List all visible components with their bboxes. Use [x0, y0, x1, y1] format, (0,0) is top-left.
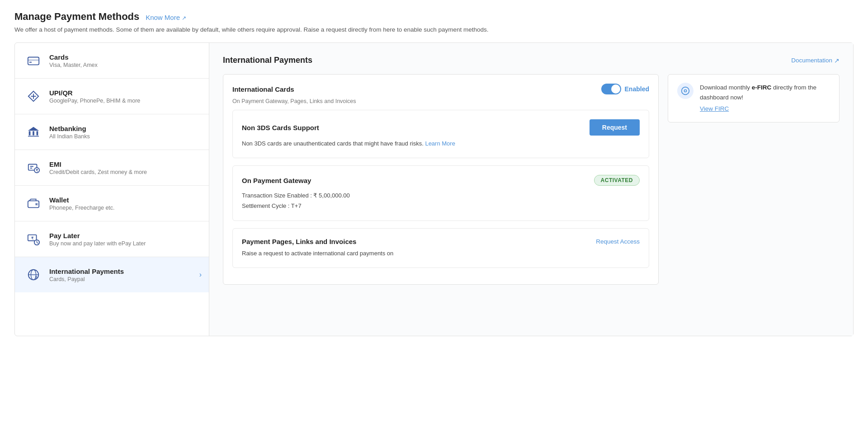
sidebar-item-upi[interactable]: UPI/QR GooglePay, PhonePe, BHIM & more	[15, 79, 209, 114]
sidebar-item-netbanking[interactable]: Netbanking All Indian Banks	[15, 114, 209, 150]
toggle-wrapper: Enabled	[601, 84, 649, 94]
international-cards-header: International Cards Enabled	[232, 84, 649, 94]
sidebar-item-international-desc: Cards, Paypal	[49, 276, 124, 282]
svg-text:$: $	[35, 276, 38, 280]
pages-body: Raise a request to activate internationa…	[242, 249, 640, 258]
sidebar-item-cards-text: Cards Visa, Master, Amex	[49, 53, 98, 68]
firc-box: Download monthly e-FIRC directly from th…	[668, 74, 840, 122]
sidebar-item-emi-desc: Credit/Debit cards, Zest money & more	[49, 169, 147, 175]
svg-rect-8	[37, 131, 38, 135]
sidebar-item-wallet-name: Wallet	[49, 196, 115, 204]
svg-rect-2	[29, 62, 32, 63]
pages-header: Payment Pages, Links and Invoices Reques…	[242, 238, 640, 245]
emi-icon: ₹	[24, 158, 43, 177]
sidebar-item-paylater[interactable]: ₹ Pay Later Buy now and pay later with e…	[15, 221, 209, 257]
sidebar-item-international-text: International Payments Cards, Paypal	[49, 268, 124, 282]
documentation-link[interactable]: Documentation ↗	[791, 57, 840, 64]
sidebar-item-upi-name: UPI/QR	[49, 89, 140, 97]
non3ds-card: Non 3DS Cards Support Request Non 3DS ca…	[232, 110, 649, 158]
international-cards-card: International Cards Enabled On Payment G…	[223, 74, 659, 284]
svg-rect-7	[33, 131, 34, 135]
paylater-icon: ₹	[24, 230, 43, 249]
sidebar-item-emi-text: EMI Credit/Debit cards, Zest money & mor…	[49, 160, 147, 175]
content-area: International Payments Documentation ↗ I…	[209, 43, 853, 336]
non3ds-body: Non 3DS cards are unauthenticated cards …	[242, 139, 640, 149]
svg-point-18	[36, 204, 37, 205]
content-title: International Payments	[223, 56, 312, 65]
request-access-link[interactable]: Request Access	[596, 238, 640, 245]
non3ds-header: Non 3DS Cards Support Request	[242, 119, 640, 136]
bank-icon	[24, 122, 43, 141]
pages-title: Payment Pages, Links and Invoices	[242, 238, 356, 245]
know-more-link[interactable]: Know More ↗	[146, 14, 186, 21]
settlement-cycle: Settlement Cycle : T+7	[242, 201, 640, 211]
enabled-label: Enabled	[625, 85, 649, 93]
sidebar-item-emi[interactable]: ₹ EMI Credit/Debit cards, Zest money & m…	[15, 150, 209, 186]
sidebar-item-international[interactable]: $ International Payments Cards, Paypal ›	[15, 257, 209, 292]
sidebar-item-netbanking-name: Netbanking	[49, 125, 90, 132]
content-main: International Cards Enabled On Payment G…	[223, 74, 659, 291]
svg-rect-14	[30, 166, 34, 167]
sidebar-item-netbanking-text: Netbanking All Indian Banks	[49, 125, 90, 140]
svg-marker-9	[28, 127, 39, 131]
svg-rect-10	[28, 136, 39, 137]
external-link-icon: ↗	[834, 57, 840, 64]
gateway-card: On Payment Gateway ACTIVATED Transaction…	[232, 165, 649, 221]
non3ds-title: Non 3DS Cards Support	[242, 124, 319, 131]
firc-icon	[677, 83, 693, 99]
svg-text:₹: ₹	[31, 236, 34, 240]
enabled-toggle[interactable]	[601, 84, 621, 94]
sidebar-item-netbanking-desc: All Indian Banks	[49, 133, 90, 140]
firc-text: Download monthly e-FIRC directly from th…	[700, 83, 830, 114]
external-link-icon: ↗	[182, 15, 186, 21]
sidebar-item-international-name: International Payments	[49, 268, 124, 275]
sidebar-item-cards-desc: Visa, Master, Amex	[49, 62, 98, 68]
page-header: Manage Payment Methods Know More ↗ We of…	[14, 11, 854, 34]
content-header: International Payments Documentation ↗	[223, 56, 840, 65]
transaction-size: Transaction Size Enabled : ₹ 5,00,000.00	[242, 190, 640, 201]
international-cards-subtitle: On Payment Gateway, Pages, Links and Inv…	[232, 98, 649, 104]
sidebar-item-paylater-desc: Buy now and pay later with ePay Later	[49, 240, 146, 247]
sidebar-item-upi-desc: GooglePay, PhonePe, BHIM & more	[49, 98, 140, 104]
sidebar-item-upi-text: UPI/QR GooglePay, PhonePe, BHIM & more	[49, 89, 140, 104]
request-button[interactable]: Request	[590, 119, 640, 136]
gateway-title: On Payment Gateway	[242, 177, 311, 184]
sidebar: Cards Visa, Master, Amex UPI/QR GooglePa…	[15, 43, 209, 336]
gateway-info: Transaction Size Enabled : ₹ 5,00,000.00…	[242, 190, 640, 211]
activated-badge: ACTIVATED	[594, 175, 640, 186]
sidebar-item-wallet[interactable]: Wallet Phonepe, Freecharge etc.	[15, 186, 209, 221]
sidebar-item-emi-name: EMI	[49, 160, 147, 168]
svg-rect-1	[28, 59, 39, 61]
page-title: Manage Payment Methods	[14, 11, 139, 22]
page-subtitle: We offer a host of payment methods. Some…	[14, 25, 854, 34]
learn-more-link[interactable]: Learn More	[425, 140, 455, 147]
page-container: Manage Payment Methods Know More ↗ We of…	[0, 0, 868, 347]
pages-card: Payment Pages, Links and Invoices Reques…	[232, 228, 649, 268]
sidebar-item-cards-name: Cards	[49, 53, 98, 61]
svg-rect-15	[30, 168, 33, 169]
wallet-icon	[24, 194, 43, 213]
firc-sidebar: Download monthly e-FIRC directly from th…	[668, 74, 840, 291]
svg-point-28	[684, 90, 686, 92]
main-layout: Cards Visa, Master, Amex UPI/QR GooglePa…	[14, 42, 854, 336]
card-icon	[24, 51, 43, 70]
upi-icon	[24, 87, 43, 106]
content-body: International Cards Enabled On Payment G…	[223, 74, 840, 291]
sidebar-item-wallet-desc: Phonepe, Freecharge etc.	[49, 205, 115, 211]
sidebar-item-paylater-name: Pay Later	[49, 232, 146, 239]
international-cards-title: International Cards	[232, 85, 294, 93]
gateway-header: On Payment Gateway ACTIVATED	[242, 175, 640, 186]
international-icon: $	[24, 265, 43, 284]
sidebar-item-cards[interactable]: Cards Visa, Master, Amex	[15, 43, 209, 79]
sidebar-item-paylater-text: Pay Later Buy now and pay later with ePa…	[49, 232, 146, 247]
sidebar-item-arrow-icon: ›	[199, 271, 202, 279]
svg-rect-6	[29, 131, 31, 135]
sidebar-item-wallet-text: Wallet Phonepe, Freecharge etc.	[49, 196, 115, 211]
view-firc-link[interactable]: View FIRC	[700, 104, 830, 114]
